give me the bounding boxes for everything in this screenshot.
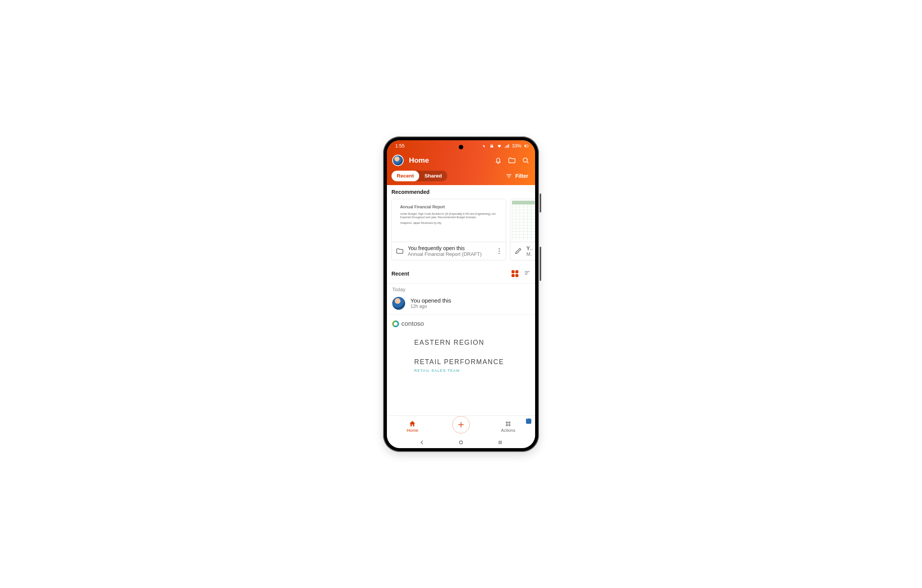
tab-recent[interactable]: Recent — [391, 171, 419, 181]
recommended-label: Recommended — [387, 185, 535, 199]
preview-line: Under Budget, High Costs Avoided in Q4 (… — [400, 212, 497, 219]
svg-rect-1 — [490, 145, 493, 147]
sys-recents-icon[interactable] — [497, 439, 504, 446]
canvas: 1:55 33% Home — [0, 0, 922, 588]
card-preview — [510, 199, 535, 242]
page-title: Home — [409, 156, 429, 165]
nav-home-label: Home — [407, 428, 418, 433]
lock-icon — [489, 143, 494, 149]
today-label: Today — [387, 284, 535, 294]
sys-back-icon[interactable] — [418, 439, 425, 446]
svg-point-7 — [509, 421, 510, 423]
doc-heading-line: EASTERN REGION — [392, 338, 530, 348]
card-preview: Annual Financial Report Under Budget, Hi… — [392, 199, 506, 242]
preview-line: Snapshot: Japan Revenues by city: — [400, 221, 497, 225]
recent-label: Recent — [391, 271, 409, 277]
activity-title: You opened this — [410, 297, 451, 304]
folder-icon[interactable] — [508, 156, 516, 165]
svg-rect-10 — [459, 441, 463, 444]
filter-icon — [505, 173, 512, 180]
card-meta: You frequently open this Annual Financia… — [392, 242, 506, 260]
recent-header-row: Recent — [387, 266, 535, 282]
status-time: 1:55 — [395, 143, 404, 149]
pencil-icon — [514, 247, 523, 255]
sys-home-icon[interactable] — [458, 439, 464, 446]
app-bar: Home — [387, 151, 535, 171]
activity-time: 12h ago — [410, 304, 451, 309]
tab-shared[interactable]: Shared — [419, 171, 447, 181]
svg-point-0 — [483, 145, 484, 145]
nav-actions[interactable]: Actions — [501, 420, 515, 433]
phone-frame: 1:55 33% Home — [383, 136, 539, 452]
grid-view-icon[interactable] — [512, 270, 518, 277]
home-icon — [409, 420, 416, 428]
card-subtitle: Annual Financial Report (DRAFT) — [408, 251, 492, 257]
card-reason: You — [526, 245, 533, 251]
recommended-row: Annual Financial Report Under Budget, Hi… — [387, 199, 535, 266]
nav-home[interactable]: Home — [407, 420, 418, 433]
view-toggle — [512, 270, 531, 278]
system-nav-bar — [387, 437, 535, 448]
contoso-swirl-icon — [392, 320, 399, 327]
doc-subheading: RETAIL SALES TEAM — [392, 368, 530, 372]
search-icon[interactable] — [521, 156, 530, 165]
nav-actions-label: Actions — [501, 428, 515, 433]
brand-logo: contoso — [392, 320, 530, 328]
activity-avatar — [392, 297, 405, 310]
battery-text: 33% — [512, 143, 521, 149]
bell-icon[interactable] — [494, 156, 502, 165]
svg-point-9 — [509, 424, 510, 426]
fab-create[interactable] — [452, 416, 470, 433]
recommended-card[interactable]: Annual Financial Report Under Budget, Hi… — [391, 199, 506, 260]
bottom-nav: Home Actions — [387, 415, 535, 437]
doc-heading-line: RETAIL PERFORMANCE — [392, 358, 530, 367]
recommended-card[interactable]: You Mar — [510, 199, 535, 260]
activity-row[interactable]: You opened this 12h ago — [387, 294, 535, 315]
battery-icon — [524, 143, 529, 149]
svg-point-5 — [523, 158, 528, 162]
profile-avatar[interactable] — [392, 155, 404, 166]
camera-cutout — [459, 145, 463, 149]
tab-bar: Recent Shared Filter — [387, 171, 535, 185]
preview-title: Annual Financial Report — [400, 204, 497, 209]
actions-icon — [504, 420, 512, 428]
wifi-icon — [497, 143, 502, 149]
svg-point-8 — [506, 424, 508, 426]
svg-rect-4 — [528, 145, 528, 146]
status-right: 33% — [482, 143, 529, 149]
filter-button[interactable]: Filter — [505, 173, 531, 180]
shop-badge-icon — [526, 418, 531, 424]
content-scroll[interactable]: Recommended Annual Financial Report Unde… — [387, 185, 535, 415]
vpn-key-icon — [482, 143, 487, 149]
tab-segment: Recent Shared — [391, 171, 447, 181]
card-meta: You Mar — [510, 242, 535, 260]
document-preview[interactable]: contoso EASTERN REGION RETAIL PERFORMANC… — [387, 315, 535, 372]
folder-outline-icon — [396, 247, 404, 255]
card-subtitle: Mar — [526, 251, 533, 257]
phone-screen: 1:55 33% Home — [387, 140, 535, 448]
brand-name: contoso — [401, 320, 424, 328]
signal-icon — [504, 143, 510, 149]
more-menu-icon[interactable] — [496, 248, 502, 254]
plus-icon — [457, 420, 465, 429]
spreadsheet-thumbnail — [512, 201, 535, 240]
filter-label: Filter — [515, 173, 528, 179]
list-view-icon[interactable] — [524, 270, 531, 278]
svg-point-6 — [506, 421, 508, 423]
card-reason: You frequently open this — [408, 245, 492, 251]
svg-rect-3 — [525, 145, 526, 146]
